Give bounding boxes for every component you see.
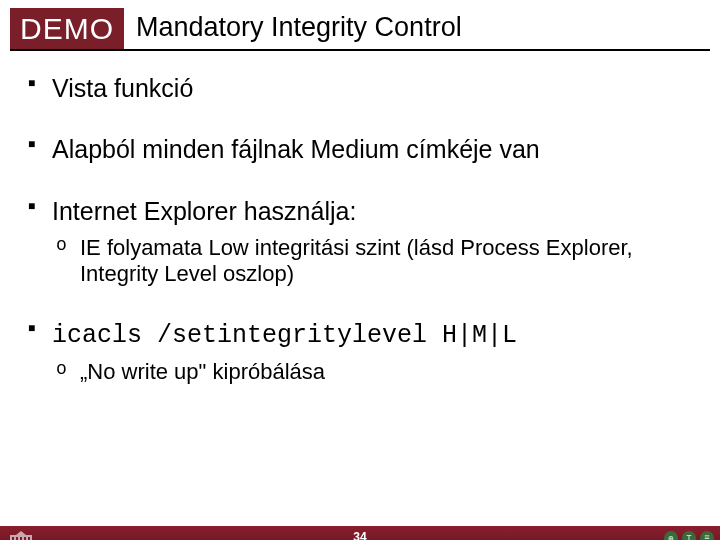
bullet-text: Vista funkció: [52, 74, 193, 102]
slide-content: Vista funkció Alapból minden fájlnak Med…: [0, 51, 720, 385]
sub-bullet-item: IE folyamata Low integritási szint (lásd…: [52, 235, 692, 288]
slide-header: DEMO Mandatory Integrity Control: [10, 8, 710, 51]
footer-right-icons: ⊕ ⊤ ≡: [664, 531, 714, 540]
page-number: 34: [353, 530, 366, 540]
sub-bullet-item: „No write up" kipróbálása: [52, 359, 692, 385]
bullet-text: Alapból minden fájlnak Medium címkéje va…: [52, 135, 540, 163]
bullet-item: icacls /setintegritylevel H|M|L „No writ…: [28, 318, 692, 386]
sub-bullet-list: „No write up" kipróbálása: [52, 359, 692, 385]
svg-marker-2: [16, 531, 26, 535]
sub-bullet-text: IE folyamata Low integritási szint (lásd…: [80, 235, 633, 286]
bullet-code-text: icacls /setintegritylevel H|M|L: [52, 321, 517, 350]
slide-title: Mandatory Integrity Control: [124, 8, 462, 49]
footer-badge-icon: ⊤: [682, 531, 696, 540]
bullet-item: Alapból minden fájlnak Medium címkéje va…: [28, 134, 692, 165]
slide-footer: M Ü E E T E M I T A S 34 ⊕ ⊤ ≡: [0, 526, 720, 540]
sub-bullet-list: IE folyamata Low integritási szint (lásd…: [52, 235, 692, 288]
footer-badge-icon: ≡: [700, 531, 714, 540]
bullet-list: Vista funkció Alapból minden fájlnak Med…: [28, 73, 692, 385]
bullet-item: Vista funkció: [28, 73, 692, 104]
bullet-text: Internet Explorer használja:: [52, 197, 356, 225]
footer-left-logo: M Ü E E T E M I T A S: [6, 531, 154, 540]
bullet-item: Internet Explorer használja: IE folyamat…: [28, 196, 692, 288]
footer-badge-icon: ⊕: [664, 531, 678, 540]
demo-badge: DEMO: [10, 8, 124, 49]
slide: DEMO Mandatory Integrity Control Vista f…: [0, 8, 720, 540]
building-icon: [6, 531, 36, 540]
sub-bullet-text: „No write up" kipróbálása: [80, 359, 325, 384]
